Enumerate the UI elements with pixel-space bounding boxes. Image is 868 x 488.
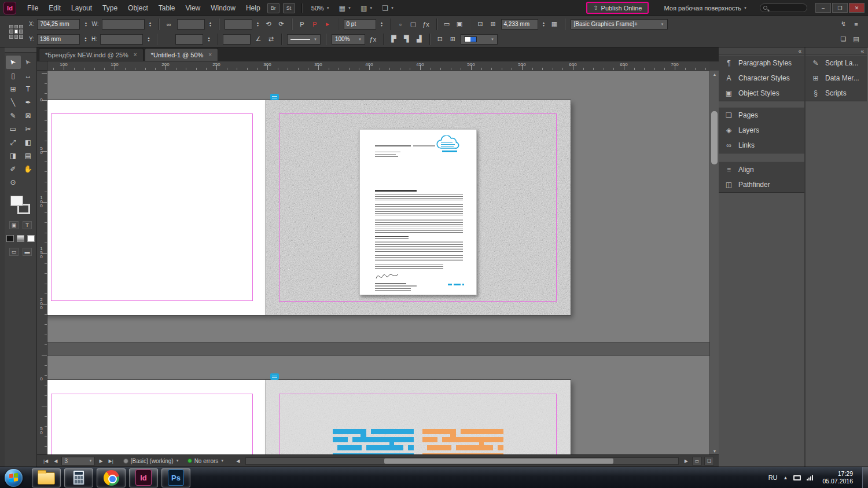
taskbar-explorer-button[interactable] <box>32 468 61 487</box>
formatting-text-icon[interactable]: T <box>23 221 32 229</box>
y-position-input[interactable]: 136 mm <box>37 34 80 45</box>
screen-mode-preview-button[interactable]: ▬ <box>23 248 32 256</box>
selection-tool[interactable]: ➤ <box>6 56 21 69</box>
close-button[interactable]: ✕ <box>849 3 865 13</box>
w-stepper[interactable]: ▴▾ <box>148 21 153 27</box>
align-top-icon[interactable]: ▛ <box>389 34 399 45</box>
network-tray-icon[interactable] <box>807 475 813 480</box>
spread1-left-page[interactable] <box>47 100 266 315</box>
scale-y-stepper[interactable]: ▴▾ <box>206 36 212 42</box>
content-collector-tool[interactable]: ⊞ <box>6 82 21 96</box>
reference-point-proxy[interactable] <box>9 25 23 39</box>
show-desktop-button[interactable] <box>862 467 868 488</box>
effects-swatch-dropdown[interactable]: ▼ <box>461 34 498 45</box>
menu-layout[interactable]: Layout <box>66 0 97 16</box>
rotation-angle-input[interactable] <box>225 19 252 30</box>
rectangle-frame-tool[interactable]: ⊠ <box>21 109 36 122</box>
panel-align[interactable]: ≡ Align <box>719 162 804 177</box>
tab-close-icon[interactable]: × <box>208 52 212 58</box>
effects-icon[interactable]: ƒx <box>421 19 431 30</box>
auto-fit-icon[interactable]: ⊞ <box>448 34 458 45</box>
preflight-profile-label[interactable]: [Basic] (working) <box>131 458 174 464</box>
height-input[interactable] <box>100 34 143 45</box>
workspace-switcher[interactable]: Моя рабочая поверхность ▼ <box>659 5 752 12</box>
gap-tool[interactable]: ↔ <box>21 69 36 82</box>
menu-window[interactable]: Window <box>205 0 241 16</box>
menu-help[interactable]: Help <box>241 0 266 16</box>
zoom-tool[interactable]: ⊙ <box>6 175 21 189</box>
rotation-stepper[interactable]: ▴▾ <box>255 21 261 27</box>
constrain-proportions-icon[interactable]: ∞ <box>164 19 174 30</box>
x-position-input[interactable]: 704,25 mm <box>37 19 80 30</box>
start-button[interactable] <box>5 469 23 487</box>
free-transform-tool[interactable]: ⤢ <box>6 135 21 149</box>
spread2-left-page[interactable] <box>47 380 266 454</box>
taskbar-calculator-button[interactable] <box>64 468 93 487</box>
formatting-container-icon[interactable]: ▣ <box>9 221 19 229</box>
text-wrap-bounding-icon[interactable]: ▣ <box>455 19 465 30</box>
search-input[interactable] <box>760 3 807 12</box>
tools-panel-grip[interactable] <box>5 47 36 53</box>
menu-view[interactable]: View <box>180 0 205 16</box>
taskbar-photoshop-button[interactable]: Ps <box>161 468 190 487</box>
panel-object-styles[interactable]: ▣ Object Styles <box>719 86 804 101</box>
panel-data-merge[interactable]: ⊞ Data Mer... <box>806 71 867 86</box>
panel-character-styles[interactable]: A Character Styles <box>719 71 804 86</box>
horizontal-scrollbar[interactable] <box>245 457 678 465</box>
hand-tool[interactable]: ✋ <box>21 162 36 175</box>
screen-mode-normal-button[interactable]: ▭ <box>9 248 19 256</box>
fit-frame-icon[interactable]: ⊞ <box>488 19 498 30</box>
gradient-swatch-tool[interactable]: ◧ <box>21 135 36 149</box>
next-page-button[interactable]: ▶ <box>97 458 104 464</box>
page-number-dropdown[interactable]: 3 ▼ <box>61 457 95 465</box>
menu-edit[interactable]: Edit <box>43 0 66 16</box>
eyedropper-tool[interactable]: ✐ <box>6 162 21 175</box>
pattern-logo-orange[interactable] <box>422 429 503 454</box>
view-spread-button[interactable]: ❏ <box>704 457 714 465</box>
opacity-dropdown[interactable]: 100% ▼ <box>332 34 365 45</box>
swap-icon[interactable]: ⇄ <box>266 34 276 45</box>
vertical-scroll-thumb[interactable] <box>711 111 718 164</box>
pen-tool[interactable]: ✒ <box>21 96 36 109</box>
tray-expand-icon[interactable]: ▲ <box>784 475 788 480</box>
panel-pages[interactable]: ❏ Pages <box>719 108 804 123</box>
type-tool[interactable]: T <box>21 82 36 96</box>
scroll-right-icon[interactable]: ▶ <box>683 458 690 464</box>
align-center-icon[interactable]: ▜ <box>402 34 411 45</box>
publish-online-button[interactable]: ⇧ Publish Online <box>586 2 649 14</box>
corner-options-icon[interactable]: ▫ <box>396 19 406 30</box>
flip-horizontal-icon[interactable]: P <box>297 19 307 30</box>
horizontal-ruler[interactable]: 100 150 200 250 300 350 400 450 500 550 … <box>47 61 709 71</box>
last-page-button[interactable]: ▶| <box>107 458 115 464</box>
panel-pathfinder[interactable]: ◫ Pathfinder <box>719 177 804 192</box>
panel-dock-icon[interactable]: ❏ <box>838 34 848 45</box>
line-tool[interactable]: ╲ <box>6 96 21 109</box>
ruler-corner[interactable] <box>37 61 47 71</box>
first-page-button[interactable]: |◀ <box>42 458 50 464</box>
language-indicator[interactable]: RU <box>768 474 778 481</box>
scale-x-input[interactable] <box>177 19 205 30</box>
display-tray-icon[interactable] <box>793 475 801 480</box>
menu-file[interactable]: File <box>22 0 43 16</box>
panel-layers[interactable]: ◈ Layers <box>719 123 804 138</box>
taskbar-chrome-button[interactable] <box>97 468 126 487</box>
frame-fitting-icon[interactable]: ⊡ <box>435 34 445 45</box>
view-options-dropdown[interactable]: ▦ ▼ <box>334 4 356 12</box>
stroke-weight-stepper[interactable]: ▴▾ <box>379 21 385 27</box>
panel-scripts[interactable]: § Scripts <box>806 86 867 101</box>
scroll-down-icon[interactable]: ▼ <box>710 447 719 454</box>
transparency-fx-icon[interactable]: ƒx <box>368 34 378 45</box>
flip-vertical-icon[interactable]: P <box>310 19 320 30</box>
stock-button[interactable]: St <box>283 3 295 13</box>
spread2-right-page[interactable] <box>266 380 571 454</box>
spread1-link-badge[interactable] <box>270 94 279 100</box>
panel-options-icon[interactable]: ▤ <box>851 34 861 45</box>
collapse-panels-icon[interactable]: « <box>798 48 801 54</box>
document-canvas[interactable] <box>47 71 709 454</box>
align-bottom-icon[interactable]: ▟ <box>414 34 424 45</box>
stroke-style-dropdown[interactable]: ▼ <box>287 34 321 45</box>
shear-angle-input[interactable] <box>223 34 251 45</box>
indesign-app-icon[interactable]: Id <box>3 2 16 14</box>
vertical-ruler[interactable]: 0 50 100 150 200 0 50 <box>37 71 47 454</box>
text-wrap-none-icon[interactable]: ▭ <box>442 19 452 30</box>
